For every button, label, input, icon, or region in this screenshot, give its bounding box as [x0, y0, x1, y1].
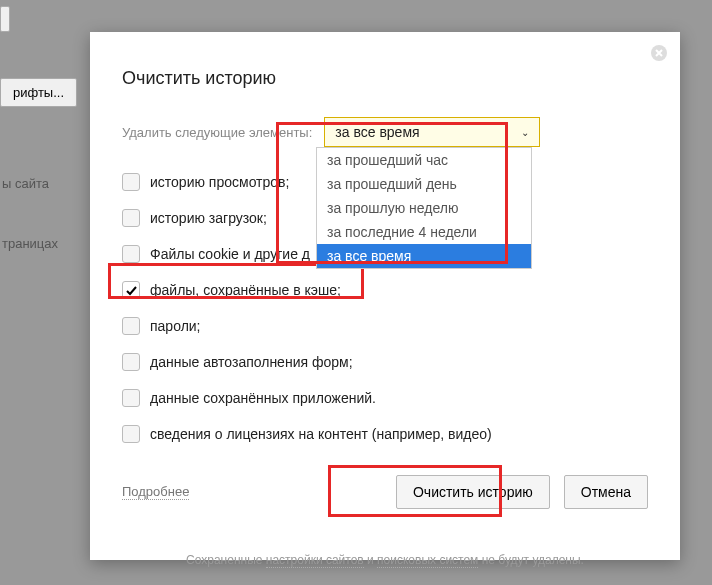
close-icon[interactable]	[650, 44, 668, 62]
bg-site-text: ы сайта	[0, 168, 51, 199]
footer-note: Сохраненные настройки сайтов и поисковых…	[122, 531, 648, 585]
details-link[interactable]: Подробнее	[122, 484, 189, 500]
check-label: сведения о лицензиях на контент (наприме…	[150, 426, 492, 442]
check-row-apps[interactable]: данные сохранённых приложений.	[122, 387, 648, 409]
cancel-button[interactable]: Отмена	[564, 475, 648, 509]
dialog-title: Очистить историю	[122, 68, 648, 89]
bg-pages-text: траницах	[0, 228, 60, 259]
dropdown-option[interactable]: за прошедший час	[317, 148, 531, 172]
check-row-passwords[interactable]: пароли;	[122, 315, 648, 337]
dropdown-option[interactable]: за прошедший день	[317, 172, 531, 196]
checkbox-icon[interactable]	[122, 389, 140, 407]
footer-link-sites[interactable]: настройки сайтов	[266, 553, 364, 568]
clear-history-dialog: Очистить историю Удалить следующие элеме…	[90, 32, 680, 560]
check-label: файлы, сохранённые в кэше;	[150, 282, 341, 298]
dropdown-option-selected[interactable]: за все время	[317, 244, 531, 268]
bg-stub-button	[0, 6, 10, 32]
checkbox-icon[interactable]	[122, 209, 140, 227]
checkbox-icon[interactable]	[122, 173, 140, 191]
check-label: Файлы cookie и другие д	[150, 246, 310, 262]
check-label: данные автозаполнения форм;	[150, 354, 353, 370]
check-label: пароли;	[150, 318, 201, 334]
dropdown-option[interactable]: за последние 4 недели	[317, 220, 531, 244]
checkbox-icon[interactable]	[122, 353, 140, 371]
clear-history-button[interactable]: Очистить историю	[396, 475, 550, 509]
check-row-licenses[interactable]: сведения о лицензиях на контент (наприме…	[122, 423, 648, 445]
check-label: историю загрузок;	[150, 210, 267, 226]
check-row-cache[interactable]: файлы, сохранённые в кэше;	[122, 279, 648, 301]
checkbox-icon[interactable]	[122, 317, 140, 335]
checkbox-icon[interactable]	[122, 281, 140, 299]
delete-elements-label: Удалить следующие элементы:	[122, 125, 312, 140]
chevron-down-icon: ⌄	[521, 127, 529, 138]
check-label: данные сохранённых приложений.	[150, 390, 376, 406]
checkbox-icon[interactable]	[122, 425, 140, 443]
fonts-button[interactable]: рифты...	[0, 78, 77, 107]
time-range-dropdown: за прошедший час за прошедший день за пр…	[316, 147, 532, 269]
check-row-autofill[interactable]: данные автозаполнения форм;	[122, 351, 648, 373]
checkbox-icon[interactable]	[122, 245, 140, 263]
check-label: историю просмотров;	[150, 174, 289, 190]
time-range-selected: за все время	[335, 124, 419, 140]
dropdown-option[interactable]: за прошлую неделю	[317, 196, 531, 220]
footer-link-search[interactable]: поисковых систем	[377, 553, 478, 568]
time-range-select[interactable]: за все время ⌄	[324, 117, 540, 147]
